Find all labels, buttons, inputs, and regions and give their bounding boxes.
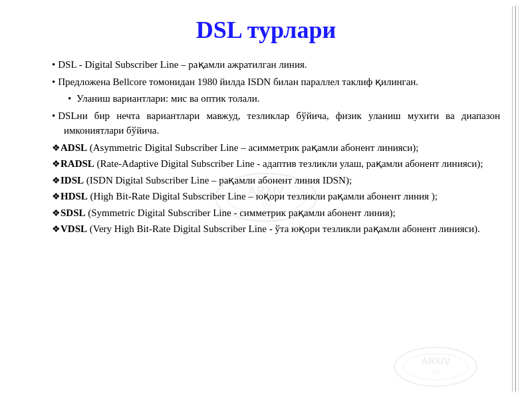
svg-point-4 [394, 347, 477, 386]
item-text: Предложена Bellcore томонидан 1980 йилда… [58, 76, 418, 87]
list-item: ❖ADSL (Asymmetric Digital Subscriber Lin… [32, 140, 500, 156]
right-decoration [515, 5, 519, 391]
item-text: (Symmetric Digital Subscriber Line - сим… [86, 207, 396, 218]
item-text: Уланиш вариантлари: мис ва оптик толали. [76, 93, 260, 104]
item-bold: HDSL [61, 191, 88, 201]
svg-text:.UZ: .UZ [431, 368, 441, 374]
list-item: •DSL - Digital Subscriber Line – рақамли… [32, 57, 500, 72]
item-text: (Rate-Adaptive Digital Subscriber Line -… [94, 158, 483, 169]
page-title: DSL турлари [32, 12, 500, 48]
item-text: (Asymmetric Digital Subscriber Line – ас… [87, 142, 418, 153]
item-text: (ISDN Digital Subscriber Line – рақамли … [84, 175, 352, 186]
page-container: ARXIV .UZ DSL турлари •DSL - Digital Sub… [0, 0, 532, 399]
item-text: (Very High Bit-Rate Digital Subscriber L… [87, 223, 480, 234]
item-bold: ADSL [61, 142, 87, 153]
list-item: ❖IDSL (ISDN Digital Subscriber Line – ра… [32, 173, 500, 188]
item-bold: RADSL [61, 158, 94, 169]
diamond-symbol: ❖ [52, 159, 61, 169]
diamond-symbol: ❖ [52, 208, 61, 218]
svg-text:ARXIV: ARXIV [421, 356, 450, 366]
watermark-bottom: ARXIV .UZ [392, 345, 479, 393]
item-bold: IDSL [61, 175, 84, 186]
list-item: • Уланиш вариантлари: мис ва оптик толал… [32, 91, 500, 106]
bullet-symbol: • [52, 59, 55, 70]
list-item: ❖SDSL (Symmetric Digital Subscriber Line… [32, 205, 500, 221]
item-text: DSLни бир нечта вариантлари мавжуд, тезл… [58, 110, 500, 136]
list-item: ❖HDSL (High Bit-Rate Digital Subscriber … [32, 189, 500, 204]
item-bold: VDSL [61, 223, 87, 234]
item-text: (High Bit-Rate Digital Subscriber Line –… [88, 191, 438, 201]
diamond-symbol: ❖ [52, 176, 61, 186]
content-area: •DSL - Digital Subscriber Line – рақамли… [32, 57, 500, 237]
bullet-symbol: • [52, 110, 55, 121]
list-item: •Предложена Bellcore томонидан 1980 йилд… [32, 74, 500, 90]
item-text: DSL - Digital Subscriber Line – рақамли … [58, 59, 307, 70]
diamond-symbol: ❖ [52, 224, 61, 234]
list-item: •DSLни бир нечта вариантлари мавжуд, тез… [32, 108, 500, 138]
diamond-symbol: ❖ [52, 192, 61, 201]
list-item: ❖RADSL (Rate-Adaptive Digital Subscriber… [32, 156, 500, 172]
bullet-symbol: • [68, 93, 74, 104]
bullet-symbol: • [52, 76, 55, 87]
list-item: ❖VDSL (Very High Bit-Rate Digital Subscr… [32, 221, 500, 237]
item-bold: SDSL [61, 207, 86, 218]
diamond-symbol: ❖ [52, 143, 61, 153]
